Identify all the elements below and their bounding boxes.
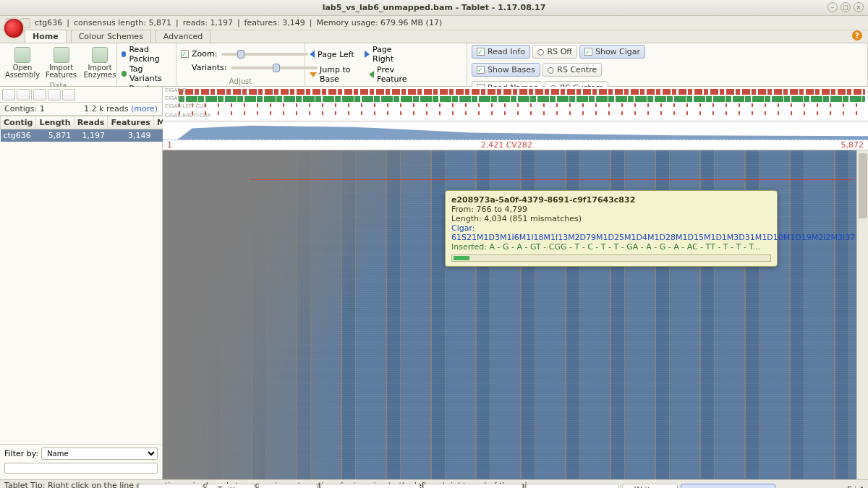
jump-to-base-button[interactable]: Jump to Base (320, 65, 362, 84)
highlighted-read[interactable] (250, 179, 854, 180)
taskbar-app[interactable]: gringer@elegans:... (423, 484, 523, 488)
zoom-label: Zoom: (192, 49, 217, 59)
memory-usage: Memory usage: 679.96 MB (17) (316, 18, 442, 27)
zoom-checkbox[interactable] (181, 50, 189, 58)
chk-icon (477, 66, 485, 74)
ruler-end: 5,872 (841, 140, 864, 150)
show-bases-button[interactable]: Show Bases (472, 63, 540, 77)
taskbar-app[interactable]: Twitter - Mozilla Fi... (206, 484, 255, 488)
open-assembly-button[interactable]: Open Assembly (4, 45, 41, 81)
consensus-length: consensus length: 5,871 (74, 18, 171, 27)
tab-advanced[interactable]: Advanced (156, 30, 210, 43)
sidebar-toolbar (0, 87, 162, 103)
tool-icon[interactable] (2, 89, 15, 100)
taskbar-app[interactable]: Inbox - gringene... (138, 484, 203, 488)
info-bar: ctg636 | consensus length: 5,871 | reads… (0, 16, 868, 30)
rs-off-button[interactable]: ○RS Off (532, 45, 577, 59)
close-icon[interactable]: × (854, 2, 864, 12)
taskbar-app[interactable]: Rebecca - demulti... (258, 484, 318, 488)
ribbon-tabs: Home Colour Schemes Advanced ? (0, 30, 868, 43)
tooltip-cigar: Cigar: 61S21M1D3M1I6M1I18M1I13M2D79M1D25… (451, 223, 771, 242)
ribbon: Open Assembly Import Features Import Enz… (0, 43, 868, 87)
rs-centre-button[interactable]: ○RS Centre (542, 63, 603, 77)
taskbar-app[interactable]: lab5_vs_lab6_un... (681, 484, 775, 488)
help-icon[interactable]: ? (852, 30, 862, 40)
tool-icon[interactable] (62, 89, 75, 100)
read-count: reads: 1,197 (183, 18, 233, 27)
track-label: CIGAR-I (165, 95, 184, 101)
coverage-track[interactable] (163, 121, 868, 140)
tab-colour-schemes[interactable]: Colour Schemes (71, 30, 151, 43)
contig-name: ctg636 (35, 18, 62, 27)
open-icon (14, 47, 30, 63)
filter-by-select[interactable]: Name (41, 448, 158, 460)
filter-by-label: Filter by: (4, 449, 38, 458)
feature-tracks[interactable]: CIGAR-D CIGAR-I CIGAR-LEFT-CLIP CIGAR-RI… (163, 87, 868, 121)
page-left-icon (310, 51, 315, 58)
variants-label: Variants: (192, 63, 226, 72)
window-title: lab5_vs_lab6_unmapped.bam - Tablet - 1.1… (323, 3, 546, 12)
tag-variants-icon (122, 71, 127, 77)
app-logo-icon[interactable] (4, 19, 23, 38)
track-left-clip[interactable] (179, 103, 865, 107)
ruler: 1 2,421 CV282 5,872 (163, 140, 868, 150)
page-right-icon (365, 51, 370, 58)
page-right-button[interactable]: Page Right (373, 45, 412, 64)
taskbar-app[interactable]: Write: Mapping to... (622, 484, 678, 488)
import-enzymes-icon (92, 47, 108, 63)
prev-feature-button[interactable]: Prev Feature (377, 65, 421, 84)
reads-count: 1.2 k reads (84, 104, 128, 114)
track-cigar-d[interactable] (179, 89, 865, 95)
import-enzymes-button[interactable]: Import Enzymes (82, 45, 118, 81)
tool-icon[interactable] (33, 89, 46, 100)
group-label-adjust: Adjust (181, 77, 300, 85)
ruler-mid: 2,421 CV282 (481, 140, 532, 150)
track-label: CIGAR-RIGHT-CLIP (165, 113, 210, 119)
contigs-count: Contigs: 1 (4, 104, 45, 114)
feature-count: features: 3,149 (244, 18, 305, 27)
import-features-icon (54, 47, 69, 63)
col-length[interactable]: Length (36, 116, 74, 129)
scrollbar-thumb[interactable] (859, 153, 867, 218)
zoom-slider[interactable] (221, 53, 308, 56)
maximize-icon[interactable]: ◻ (841, 2, 851, 12)
tooltip-inserted: Inserted: A - G - A - GT - CGG - T - C -… (451, 242, 771, 252)
tab-home[interactable]: Home (25, 30, 67, 43)
minimize-icon[interactable]: – (827, 2, 838, 12)
tooltip-scale (451, 254, 771, 262)
tooltip-length: Length: 4,034 (851 mismatches) (451, 214, 771, 223)
jump-icon (310, 72, 317, 77)
col-reads[interactable]: Reads (74, 116, 108, 129)
tool-icon[interactable] (17, 89, 30, 100)
track-label: CIGAR-LEFT-CLIP (165, 103, 207, 109)
track-right-clip[interactable] (179, 111, 865, 115)
filter-input[interactable] (4, 463, 158, 474)
alignment-view: CIGAR-D CIGAR-I CIGAR-LEFT-CLIP CIGAR-RI… (163, 87, 868, 479)
app-label: Write: Mapping to... (634, 485, 673, 488)
arrow-icon (454, 256, 469, 260)
sidebar: Contigs: 1 1.2 k reads (more) Contig Len… (0, 87, 163, 479)
show-cigar-button[interactable]: Show Cigar (579, 45, 645, 59)
track-cigar-i[interactable] (179, 96, 865, 102)
read-packing-button[interactable]: Read Packing (129, 45, 171, 64)
import-features-button[interactable]: Import Features (43, 45, 79, 81)
taskbar-app[interactable]: gringer@elegans:... (320, 484, 420, 488)
taskbar-app[interactable]: samtools.32171... (526, 484, 619, 488)
track-label: CIGAR-D (165, 87, 187, 93)
variants-slider[interactable] (231, 67, 318, 69)
tool-icon[interactable] (48, 89, 61, 100)
app-label: Twitter - Mozilla Fi... (218, 485, 250, 488)
page-left-button[interactable]: Page Left (318, 50, 354, 59)
reads-pane[interactable]: e208973a-5a0f-4379-8691-c9f17643c832 Fro… (163, 150, 868, 479)
vertical-scrollbar[interactable] (856, 150, 868, 479)
tooltip-read-name: e208973a-5a0f-4379-8691-c9f17643c832 (451, 195, 771, 205)
window-titlebar: lab5_vs_lab6_unmapped.bam - Tablet - 1.1… (0, 0, 868, 16)
read-packing-icon (122, 51, 126, 57)
tag-variants-button[interactable]: Tag Variants (129, 64, 171, 83)
chk-icon (477, 48, 485, 56)
read-info-tooltip: e208973a-5a0f-4379-8691-c9f17643c832 Fro… (445, 190, 778, 267)
read-info-button[interactable]: Read Info (472, 45, 530, 59)
more-link[interactable]: (more) (131, 104, 158, 114)
col-features[interactable]: Features (108, 116, 153, 129)
col-contig[interactable]: Contig (1, 116, 36, 129)
